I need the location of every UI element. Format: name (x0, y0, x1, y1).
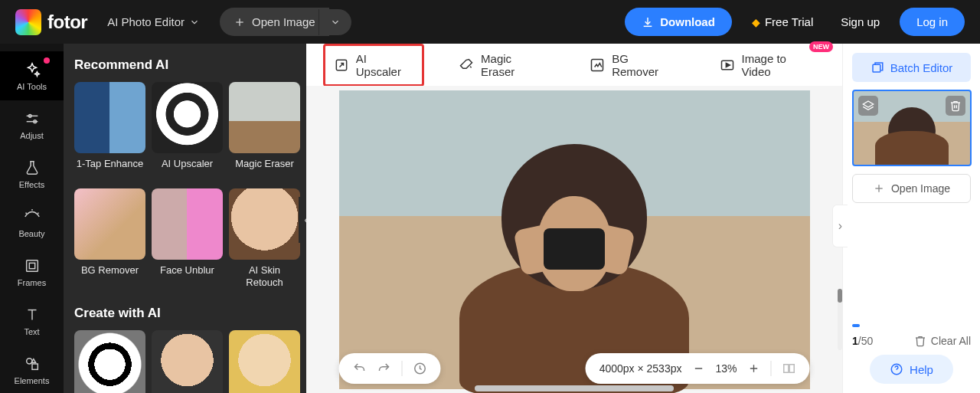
leftbar-beauty[interactable]: Beauty (0, 198, 64, 247)
leftbar-text-label: Text (24, 327, 39, 336)
progress-indicator (852, 324, 860, 327)
right-panel: Batch Editor Open Image › 1/50 Clear All (842, 44, 980, 393)
create-with-ai-heading: Create with AI (74, 306, 296, 321)
tool-magic-eraser[interactable]: Magic Eraser (229, 82, 300, 182)
leftbar-beauty-label: Beauty (18, 229, 44, 238)
canvas[interactable]: 4000px × 2533px 13% (306, 86, 842, 393)
canvas-area: AI Upscaler Magic Eraser BG Remover Imag… (306, 44, 842, 393)
image-subject (459, 144, 689, 374)
tool-label: Magic Eraser (235, 158, 294, 182)
mode-selector[interactable]: AI Photo Editor (100, 11, 207, 33)
frame-icon (23, 257, 41, 275)
tab-label: Magic Eraser (481, 52, 547, 78)
layers-icon (871, 61, 884, 74)
layer-thumbnail[interactable] (852, 90, 972, 166)
download-button[interactable]: Download (625, 8, 732, 36)
tool-create-2[interactable] (152, 330, 223, 393)
leftbar-effects-label: Effects (19, 180, 44, 189)
tab-ai-upscaler[interactable]: AI Upscaler (323, 44, 424, 87)
chevron-right-icon: › (838, 219, 842, 233)
tool-bg-remover[interactable]: BG Remover (74, 188, 145, 289)
tool-thumb (74, 188, 145, 260)
tool-thumb (152, 82, 223, 153)
plus-icon (234, 16, 246, 28)
tool-thumb (229, 188, 300, 260)
tool-label: Face Unblur (160, 264, 214, 289)
tool-ai-skin-retouch[interactable]: AI Skin Retouch (229, 188, 300, 289)
log-in-button[interactable]: Log in (900, 8, 965, 36)
sliders-icon (23, 110, 41, 128)
leftbar-adjust[interactable]: Adjust (0, 100, 64, 149)
download-label: Download (660, 15, 715, 28)
batch-editor-button[interactable]: Batch Editor (852, 53, 971, 82)
tool-create-3[interactable] (229, 330, 300, 393)
collapse-rightpanel-button[interactable]: › (832, 205, 848, 247)
canvas-toolbar: 4000px × 2533px 13% (339, 353, 810, 384)
leftbar-frames[interactable]: Frames (0, 247, 64, 296)
collapse-sidepanel-button[interactable]: ‹ (299, 197, 306, 243)
badge-dot (44, 57, 50, 64)
zoom-in-button[interactable] (748, 362, 760, 375)
zoom-out-button[interactable] (692, 362, 704, 375)
sign-up-link[interactable]: Sign up (833, 11, 887, 33)
chevron-down-icon (330, 17, 341, 28)
tool-label: AI Upscaler (162, 158, 213, 182)
flask-icon (23, 159, 41, 177)
tool-1tap-enhance[interactable]: 1-Tap Enhance (74, 82, 145, 182)
trash-icon (914, 335, 926, 347)
canvas-image (339, 90, 810, 389)
svg-rect-23 (873, 64, 880, 72)
layer-stack-button[interactable] (858, 96, 878, 116)
layer-count-row: 1/50 Clear All (852, 335, 971, 347)
open-image-right-button[interactable]: Open Image (852, 174, 971, 203)
recommend-ai-heading: Recommend AI (74, 57, 296, 73)
tool-thumb (229, 82, 300, 153)
leftbar-effects[interactable]: Effects (0, 149, 64, 198)
create-with-ai-grid (74, 330, 296, 393)
undo-button[interactable] (353, 362, 367, 375)
canvas-horizontal-scrollbar[interactable] (475, 385, 674, 391)
leftbar-frames-label: Frames (18, 278, 46, 287)
tab-bg-remover[interactable]: BG Remover (581, 46, 684, 84)
main-area: AI Tools Adjust Effects Beauty Frames Te… (0, 44, 980, 393)
tool-face-unblur[interactable]: Face Unblur (152, 188, 223, 289)
upscale-icon (333, 57, 350, 74)
free-trial-label: Free Trial (765, 15, 813, 28)
help-label: Help (910, 363, 933, 376)
layer-count-current: 1 (852, 335, 858, 347)
download-icon (642, 16, 654, 28)
compare-button[interactable] (782, 362, 796, 375)
tool-label: BG Remover (81, 264, 139, 289)
divider (402, 361, 403, 376)
open-image-button[interactable]: Open Image (220, 8, 329, 36)
brand-logo[interactable]: fotor (15, 9, 87, 35)
open-image-dropdown[interactable] (318, 9, 351, 35)
open-image-label: Open Image (252, 15, 315, 28)
history-controls (339, 353, 441, 384)
redo-button[interactable] (377, 362, 391, 375)
tab-magic-eraser[interactable]: Magic Eraser (450, 46, 555, 84)
tool-ai-upscaler[interactable]: AI Upscaler (152, 82, 223, 182)
help-button[interactable]: Help (870, 355, 953, 384)
leftbar-adjust-label: Adjust (20, 131, 44, 140)
leftbar-ai-tools-label: AI Tools (17, 82, 47, 91)
free-trial-link[interactable]: ◆ Free Trial (744, 11, 821, 33)
leftbar-ai-tools[interactable]: AI Tools (0, 51, 64, 100)
open-image-right-label: Open Image (891, 182, 950, 195)
shapes-icon (23, 355, 41, 373)
mode-label: AI Photo Editor (107, 15, 185, 28)
layer-delete-button[interactable] (946, 96, 965, 116)
leftbar-elements[interactable]: Elements (0, 346, 64, 393)
right-vertical-scrollbar[interactable] (838, 289, 842, 350)
tab-image-to-video[interactable]: Image to Video NEW (711, 46, 825, 84)
tool-thumb (74, 82, 145, 153)
tool-create-1[interactable] (74, 330, 145, 393)
brand-logo-icon (15, 9, 41, 35)
tool-thumb (152, 330, 223, 393)
leftbar-text[interactable]: Text (0, 296, 64, 346)
history-button[interactable] (413, 362, 427, 375)
open-image-group: Open Image (220, 8, 351, 36)
eye-icon (23, 208, 41, 226)
clear-all-button[interactable]: Clear All (914, 335, 971, 347)
divider (771, 361, 772, 376)
